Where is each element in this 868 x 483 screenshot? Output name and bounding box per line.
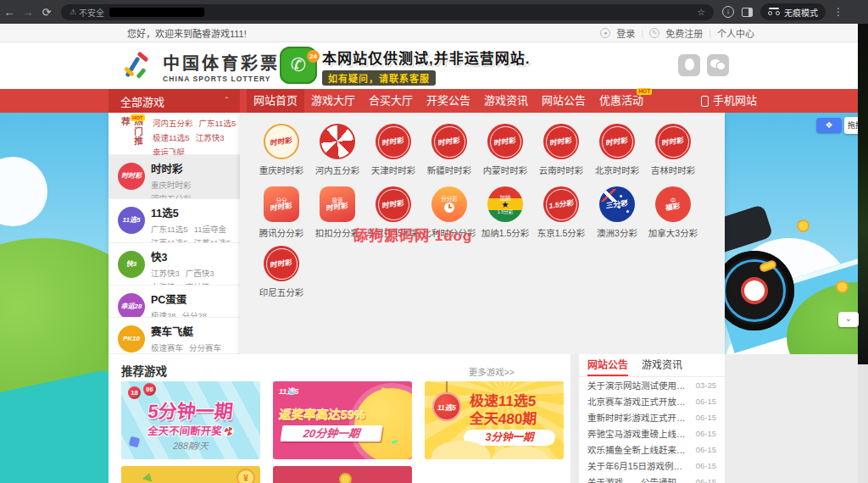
all-games-dropdown[interactable]: 全部游戏 ˆ	[108, 89, 240, 113]
banner-headline: 5分钟一期	[121, 396, 260, 423]
game-icon: 三分彩	[599, 186, 635, 222]
security-label: 不安全	[79, 6, 104, 19]
watermark-text: 舔狗源码网 1dog	[353, 224, 472, 245]
game-item[interactable]: 河内五分彩	[309, 124, 365, 176]
game-item[interactable]: 时时彩 云南时时彩	[533, 124, 589, 176]
banner-5min[interactable]: 18 06 5分钟一期 全天不间断开奖 288期/天	[121, 381, 260, 459]
side-link[interactable]: 广东11选5	[151, 223, 188, 235]
game-item[interactable]: 时时彩 新疆时时彩	[421, 124, 477, 176]
hot-link[interactable]: 江苏快3	[196, 131, 225, 143]
game-icon: 极速时时彩	[320, 186, 355, 222]
banner-subline: 全天不间断开奖	[121, 422, 260, 438]
nav-item-group-buy[interactable]: 合买大厅	[362, 89, 420, 113]
test-site-banner: ✆ 24 本网站仅供测试,并非运营网站. 如有疑问，请联系客服	[280, 47, 530, 86]
site-notice-bar: 您好，欢迎来到酷睿游戏111! ● 登录 | ✎ 免费注册 | 个人中心	[0, 24, 858, 42]
news-row[interactable]: 欢乐捕鱼全新上线赶来体验一下吧06-15	[579, 441, 725, 458]
game-item[interactable]: 时时彩 北京时时彩	[589, 124, 645, 176]
game-item[interactable]: 时时彩 天津时时彩	[365, 124, 421, 176]
url-bar[interactable]: ⚠ 不安全 ☆	[61, 4, 714, 20]
side-link[interactable]: 江苏11选5	[194, 236, 231, 243]
side-link[interactable]: 广西快3	[186, 267, 214, 279]
site-logo[interactable]: 中国体育彩票 CHINA SPORTS LOTTERY	[119, 49, 280, 83]
hot-link[interactable]: 广东11选5	[199, 117, 236, 129]
nav-item-game-hall[interactable]: 游戏大厅	[304, 89, 362, 113]
news-tabs: 网站公告 游戏资讯	[579, 354, 725, 377]
news-row[interactable]: 关于游戏……公告通知06-15	[579, 474, 725, 483]
tab-game-news[interactable]: 游戏资讯	[642, 354, 682, 376]
qq-icon[interactable]	[678, 54, 700, 76]
nav-item-mobile-site[interactable]: 手机网站	[694, 89, 764, 113]
sidebar-section-kuai3[interactable]: 快3 快3 江苏快3 广西快3 上海快3 吉林快3	[108, 243, 240, 286]
side-link[interactable]: 分分赛车	[189, 341, 221, 353]
side-link[interactable]: 11运夺金	[194, 223, 226, 235]
reload-icon[interactable]: ⟳	[37, 6, 56, 19]
news-row[interactable]: 关于年6月15日游戏例行维护公...06-15	[579, 458, 725, 474]
sidebar-section-saiche[interactable]: PK10 赛车飞艇 极速赛车 分分赛车 幸运飞艇 极速飞艇	[108, 318, 240, 354]
game-item[interactable]: 三分彩 澳洲3分彩	[589, 186, 645, 239]
extension-button[interactable]: ❖	[816, 118, 842, 133]
banner-payout[interactable]: 11选5 返奖率高达59% 20分钟一期	[273, 381, 412, 459]
user-center-link[interactable]: 个人中心	[717, 26, 754, 40]
triangle-decoration	[142, 471, 154, 481]
banner-subline: 全天480期	[469, 407, 537, 428]
kuai3-icon: 快3	[118, 251, 145, 278]
game-item[interactable]: 分分时时彩 腾讯分分彩	[253, 186, 309, 239]
sidebar-section-11xuan5[interactable]: 11选5 11选5 广东11选5 11运夺金 江西11选5 江苏11选5	[108, 199, 240, 243]
hot-recommend-title: 热门推荐	[120, 117, 145, 154]
nav-item-draw-results[interactable]: 开奖公告	[420, 89, 477, 113]
game-item[interactable]: 时时彩 印尼五分彩	[253, 246, 309, 298]
background-window-strip-lower	[858, 364, 868, 483]
game-category-sidebar: 热门推荐 HOT 河内五分彩 广东11选5 极速11选5 江苏快3 幸运飞艇 时…	[108, 113, 240, 354]
hot-link[interactable]: 河内五分彩	[153, 117, 193, 129]
side-panel-icon[interactable]	[742, 8, 753, 17]
forward-icon[interactable]: →	[19, 6, 37, 19]
nav-item-game-news[interactable]: 游戏资讯	[477, 89, 535, 113]
register-link[interactable]: 免费注册	[665, 26, 703, 40]
news-row[interactable]: 北京赛车游戏正式开放上线测试啦06-15	[579, 393, 725, 409]
nav-items: 网站首页 游戏大厅 合买大厅 开奖公告 游戏资讯 网站公告 优惠活动 HOT 手…	[247, 89, 764, 113]
menu-dots-icon[interactable]: ⋮	[833, 6, 843, 18]
nav-item-promotions[interactable]: 优惠活动 HOT	[593, 89, 650, 113]
section-title: 赛车飞艇	[151, 323, 235, 339]
tab-site-announcements[interactable]: 网站公告	[587, 354, 628, 376]
more-games-link[interactable]: 更多游戏>>	[469, 365, 515, 378]
login-link[interactable]: 登录	[616, 26, 635, 40]
side-link[interactable]: 极速赛车	[151, 341, 183, 353]
download-icon[interactable]: ↓	[722, 6, 734, 18]
extension-popup[interactable]: 拖拽上	[844, 117, 858, 134]
side-link[interactable]: 极速28	[151, 309, 176, 318]
game-icon: 分分时时彩	[264, 186, 299, 222]
game-item[interactable]: 时时彩 吉林时时彩	[645, 124, 701, 176]
banner-partial-red[interactable]	[273, 466, 412, 483]
circle-decoration	[354, 388, 412, 459]
lottery-ball: 06	[143, 383, 156, 396]
banner-partial-yellow[interactable]: ¥	[121, 466, 260, 483]
game-item[interactable]: 时时彩 内蒙时时彩	[477, 124, 533, 176]
game-item[interactable]: 时时彩 重庆时时彩	[253, 124, 309, 176]
news-row[interactable]: 奔驰宝马游戏重磅上线内测已开启06-15	[579, 425, 725, 441]
side-link[interactable]: 江苏快3	[151, 267, 180, 279]
game-item[interactable]: 加纳★1.5分彩 加纳1.5分彩	[477, 186, 533, 239]
bookmark-star-icon[interactable]: ☆	[697, 7, 705, 18]
nav-item-home[interactable]: 网站首页	[247, 89, 304, 113]
section-title: 时时彩	[151, 160, 235, 176]
security-chip[interactable]: ⚠ 不安全	[70, 6, 104, 19]
incognito-badge: 无痕模式	[760, 3, 826, 20]
side-link[interactable]: 江西11选5	[151, 236, 188, 243]
back-icon[interactable]: ←	[0, 6, 19, 19]
side-link[interactable]: 河内五分彩	[151, 192, 192, 199]
wechat-icon[interactable]	[707, 54, 729, 76]
news-row[interactable]: 关于演示网站测试使用说明03-25	[579, 377, 725, 393]
section-title: 11选5	[151, 204, 235, 220]
side-link[interactable]: 分分28	[182, 309, 208, 318]
game-item[interactable]: 中福彩 加拿大3分彩	[645, 186, 701, 239]
test-banner-sub: 如有疑问，请联系客服	[322, 70, 436, 86]
banner-speed11x5[interactable]: 11选5 极速11选5 全天480期 3分钟一期	[425, 381, 564, 459]
hot-link[interactable]: 极速11选5	[153, 131, 190, 143]
nav-item-announcements[interactable]: 网站公告	[535, 89, 593, 113]
sidebar-section-shishicai[interactable]: 时时彩 时时彩 重庆时时彩 河内五分彩 天津时时彩 新疆时时彩	[108, 155, 240, 199]
side-link[interactable]: 重庆时时彩	[151, 179, 192, 191]
news-row[interactable]: 重新时时彩游戏正式开放上线测试06-15	[579, 409, 725, 425]
game-item[interactable]: 1.5分彩 东京1.5分彩	[533, 186, 589, 239]
sidebar-section-pcdandan[interactable]: 幸运28 PC蛋蛋 极速28 分分28	[108, 286, 240, 318]
